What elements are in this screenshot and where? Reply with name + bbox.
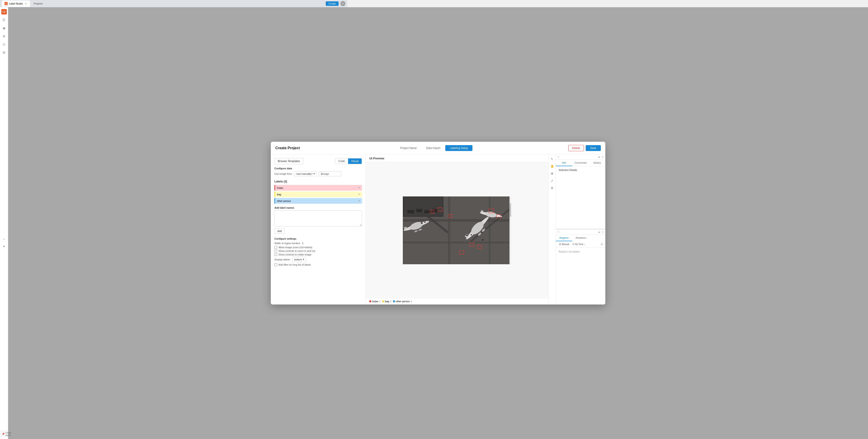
use-image-from-label: Use image from: [274, 173, 292, 175]
sidebar-icon-user[interactable]: ◉: [1, 25, 7, 31]
modal-backdrop: Create Project Project Name Data Import …: [8, 7, 347, 176]
browser-actions: Create VA: [326, 1, 345, 6]
tab-label-studio-text: Label Studio: [9, 2, 23, 5]
configure-data-row: Use image from <set manually> ▾ $image: [274, 171, 347, 176]
sidebar-icon-menu[interactable]: ☰: [1, 17, 7, 23]
code-visual-toggle: Code Visual: [335, 158, 347, 164]
chevron-down-icon: ▾: [313, 172, 315, 175]
app-logo: LS: [1, 9, 7, 14]
tab-label-studio[interactable]: LS Label Studio ×: [2, 0, 30, 7]
image-source-select[interactable]: <set manually> ▾: [294, 171, 317, 176]
modal-body: Browse Templates Code Visual Configure d…: [271, 154, 347, 176]
tab-close-btn[interactable]: ×: [24, 2, 27, 5]
sidebar-icon-grid[interactable]: ⊞: [1, 50, 7, 55]
code-toggle-btn[interactable]: Code: [335, 158, 347, 164]
modal-header: Create Project Project Name Data Import …: [271, 142, 347, 154]
tab-projects[interactable]: Projects: [31, 0, 45, 7]
sidebar-icon-plus[interactable]: ⊕: [1, 33, 7, 39]
browse-templates-btn[interactable]: Browse Templates: [274, 158, 303, 164]
browser-bar: LS Label Studio × Projects Create VA: [0, 0, 347, 7]
browser-create-btn[interactable]: Create: [326, 1, 339, 6]
label-studio-icon: LS: [4, 2, 8, 5]
sidebar-icon-circle[interactable]: ⊙: [1, 41, 7, 47]
modal-title: Create Project: [275, 146, 300, 150]
create-project-modal: Create Project Project Name Data Import …: [271, 142, 347, 176]
left-panel: Browse Templates Code Visual Configure d…: [271, 154, 347, 176]
configure-data-label: Configure data: [274, 167, 347, 170]
sidebar: LS ☰ ◉ ⊕ ⊙ ⊞ v1 ✦ 📌 Unpin menu: [0, 7, 8, 176]
user-avatar: VA: [340, 1, 345, 6]
image-variable-input[interactable]: $image: [319, 171, 341, 176]
